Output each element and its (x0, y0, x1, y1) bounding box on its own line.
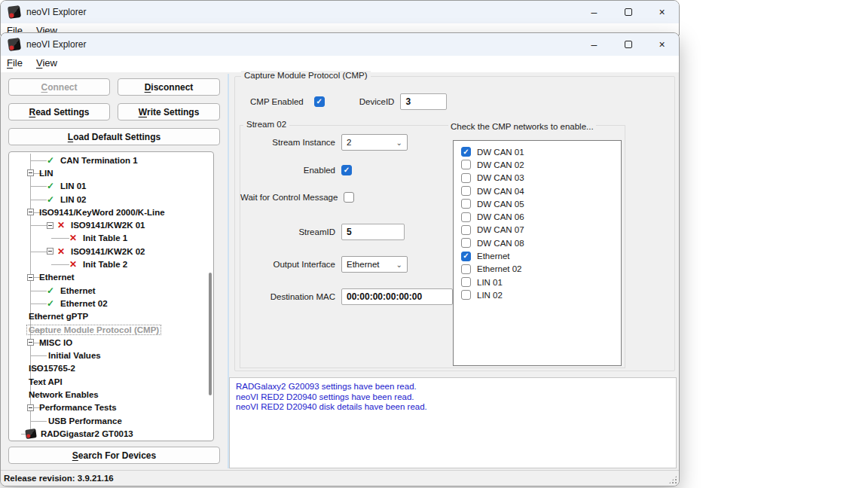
stream-id-field[interactable] (341, 224, 405, 240)
search-for-devices-button[interactable]: Search For Devices (8, 447, 220, 464)
network-list-item[interactable]: DW CAN 08 (454, 236, 621, 249)
network-checkbox[interactable] (461, 290, 471, 300)
networks-listbox: ✓DW CAN 01DW CAN 02DW CAN 03DW CAN 04DW … (453, 140, 622, 366)
maximize-icon[interactable] (611, 1, 645, 23)
tree-collapse-icon[interactable] (27, 404, 34, 411)
tree-item[interactable]: ✕ISO9141/KW2K 02 (9, 245, 207, 258)
tree-item[interactable]: ISO9141/KeyWord 2000/K-Line (9, 206, 207, 218)
tree-item[interactable]: ✓Ethernet 02 (9, 297, 207, 310)
network-list-item[interactable]: ✓DW CAN 01 (454, 145, 621, 158)
network-checkbox[interactable] (461, 238, 471, 248)
tree-item-label: Text API (27, 377, 64, 386)
tree-item-label: ISO9141/KW2K 01 (69, 221, 146, 230)
check-icon: ✓ (47, 181, 59, 191)
menu-view[interactable]: View (36, 56, 63, 70)
tree-collapse-icon[interactable] (47, 222, 53, 229)
menu-file[interactable]: File (7, 56, 29, 70)
network-list-item[interactable]: DW CAN 05 (454, 197, 621, 210)
output-interface-select[interactable]: Ethernet ⌄ (341, 256, 408, 273)
close-icon[interactable]: × (645, 1, 679, 23)
network-checkbox[interactable]: ✓ (461, 252, 471, 261)
chevron-down-icon: ⌄ (396, 139, 402, 147)
tree-item[interactable]: USB Performance (9, 414, 207, 427)
tree-item[interactable]: ISO15765-2 (9, 362, 207, 375)
close-icon[interactable]: × (645, 33, 679, 56)
release-revision-text: Release revision: 3.9.21.16 (4, 474, 114, 483)
cmp-enabled-checkbox[interactable]: ✓ (314, 96, 325, 107)
write-settings-button[interactable]: Write Settings (118, 103, 220, 120)
network-list-item[interactable]: DW CAN 03 (454, 172, 621, 185)
wait-for-control-message-label: Wait for Control Message (240, 193, 338, 202)
network-checkbox[interactable]: ✓ (461, 147, 471, 157)
tree-item[interactable]: ✕Init Table 2 (9, 258, 207, 270)
tree-item-label: Ethernet (38, 273, 76, 282)
network-checkbox[interactable] (461, 264, 471, 274)
network-label: DW CAN 03 (477, 173, 524, 182)
destination-mac-field[interactable] (341, 288, 453, 305)
network-checkbox[interactable] (461, 225, 471, 235)
stream-instance-select[interactable]: 2 ⌄ (341, 134, 408, 151)
network-list-item[interactable]: Ethernet 02 (454, 263, 621, 276)
minimize-icon[interactable]: – (577, 33, 611, 56)
tree-item[interactable]: ✓Ethernet (9, 284, 207, 297)
tree-collapse-icon[interactable] (47, 248, 53, 255)
network-label: DW CAN 01 (477, 148, 524, 157)
read-settings-button[interactable]: Read Settings (8, 103, 110, 120)
log-line: neoVI RED2 D20940 settings have been rea… (236, 392, 670, 403)
tree-collapse-icon[interactable] (27, 209, 34, 215)
network-label: DW CAN 05 (477, 200, 524, 209)
network-list-item[interactable]: LIN 02 (454, 288, 621, 301)
app-icon (8, 38, 21, 51)
tree-scrollbar-thumb[interactable] (209, 273, 212, 395)
tree-item[interactable]: Capture Module Protocol (CMP) (9, 323, 207, 336)
network-checkbox[interactable] (461, 186, 471, 196)
network-checkbox[interactable] (461, 173, 471, 183)
tree-item[interactable]: Network Enables (9, 388, 207, 401)
disconnect-button[interactable]: Disconnect (118, 78, 220, 96)
tree-item[interactable]: ✓LIN 01 (9, 180, 207, 193)
device-id-field[interactable] (400, 93, 447, 110)
network-checkbox[interactable] (461, 277, 471, 287)
network-list-item[interactable]: DW CAN 07 (454, 224, 621, 236)
maximize-icon[interactable] (611, 33, 645, 56)
tree-item[interactable]: Ethernet (9, 271, 207, 284)
load-default-settings-button[interactable]: Load Default Settings (8, 128, 220, 145)
tree-item[interactable]: ✕ISO9141/KW2K 01 (9, 218, 207, 231)
minimize-icon[interactable]: – (577, 1, 611, 23)
network-list-item[interactable]: DW CAN 06 (454, 210, 621, 223)
tree-collapse-icon[interactable] (27, 274, 34, 281)
resize-grip[interactable] (668, 475, 677, 484)
tree-item[interactable]: Initial Values (9, 349, 207, 361)
titlebar[interactable]: neoVI Explorer – × (1, 33, 679, 56)
tree-collapse-icon[interactable] (27, 339, 34, 346)
tree-item-label: RADGigastar2 GT0013 (39, 429, 135, 438)
tree-item[interactable]: ✓CAN Termination 1 (9, 154, 207, 166)
tree-item[interactable]: LIN (9, 166, 207, 179)
network-list-item[interactable]: LIN 01 (454, 276, 621, 288)
enabled-checkbox[interactable]: ✓ (341, 165, 352, 175)
connect-button[interactable]: Connect (8, 78, 110, 96)
device-tree: ✓CAN Termination 1LIN✓LIN 01✓LIN 02ISO91… (8, 151, 214, 441)
network-checkbox[interactable] (461, 199, 471, 209)
network-checkbox[interactable] (461, 212, 471, 222)
wait-for-control-message-checkbox[interactable] (344, 192, 354, 203)
titlebar[interactable]: neoVI Explorer – × (1, 1, 679, 23)
network-label: DW CAN 07 (477, 225, 524, 234)
device-icon (25, 429, 37, 439)
check-icon: ✓ (47, 195, 59, 204)
network-list-item[interactable]: DW CAN 04 (454, 185, 621, 197)
tree-item[interactable]: MISC IO (9, 336, 207, 349)
tree-item[interactable]: Text API (9, 375, 207, 388)
tree-collapse-icon[interactable] (27, 169, 34, 176)
tree-item[interactable]: ✕Init Table 1 (9, 232, 207, 245)
tree-item[interactable]: ✓LIN 02 (9, 193, 207, 206)
tree-item[interactable]: Ethernet gPTP (9, 310, 207, 323)
network-checkbox[interactable] (461, 160, 471, 169)
enabled-label: Enabled (240, 166, 335, 175)
network-list-item[interactable]: ✓Ethernet (454, 249, 621, 262)
tree-item[interactable]: Performance Tests (9, 401, 207, 414)
tree-item-label: Capture Module Protocol (CMP) (27, 325, 160, 334)
window-title: neoVI Explorer (26, 39, 86, 50)
tree-item[interactable]: RADGigastar2 GT0013 (9, 427, 207, 440)
network-list-item[interactable]: DW CAN 02 (454, 158, 621, 171)
